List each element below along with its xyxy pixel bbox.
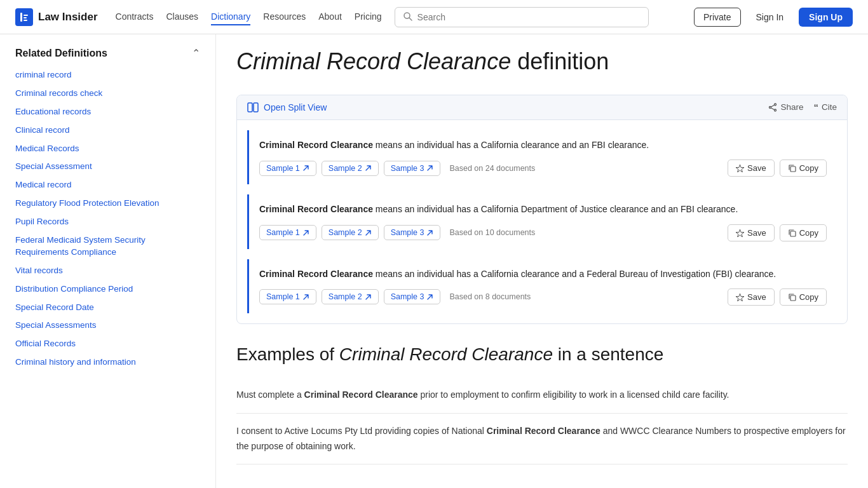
def-toolbar: Open Split View Share “	[237, 95, 847, 120]
logo-link[interactable]: Law Insider	[15, 8, 98, 26]
examples-title: Examples of Criminal Record Clearance in…	[236, 344, 848, 365]
save-button[interactable]: Save	[728, 159, 775, 177]
sidebar-item[interactable]: Clinical record	[15, 125, 70, 135]
open-split-view-label: Open Split View	[264, 102, 327, 112]
definition-footer: Sample 1 Sample 2 Sample 3 Based on 10 d…	[259, 224, 827, 241]
svg-rect-3	[24, 20, 27, 21]
sidebar-item[interactable]: Distribution Compliance Period	[15, 284, 133, 294]
sample-2-button[interactable]: Sample 2	[322, 225, 379, 240]
page-title-italic: Criminal Record Clearance	[236, 48, 511, 74]
private-button[interactable]: Private	[694, 8, 741, 27]
search-icon	[403, 11, 412, 23]
sidebar-item[interactable]: Special Assessment	[15, 161, 92, 171]
definition-footer: Sample 1 Sample 2 Sample 3 Based on 8 do…	[259, 288, 827, 306]
split-view-icon	[247, 102, 259, 113]
copy-button[interactable]: Copy	[780, 159, 827, 177]
svg-rect-16	[790, 231, 796, 236]
navigation: Law Insider Contracts Clauses Dictionary…	[0, 0, 868, 34]
main-container: Related Definitions ⌃ criminal recordCri…	[0, 34, 868, 488]
svg-rect-18	[790, 295, 796, 301]
definition-entry: Criminal Record Clearance means an indiv…	[247, 130, 837, 184]
sample-1-button[interactable]: Sample 1	[259, 225, 316, 240]
svg-point-10	[770, 106, 771, 108]
nav-about[interactable]: About	[318, 9, 342, 25]
sidebar-item[interactable]: Educational records	[15, 107, 91, 116]
copy-button[interactable]: Copy	[780, 224, 827, 241]
toolbar-actions: Share “ Cite	[768, 102, 837, 112]
definition-text: Criminal Record Clearance means an indiv…	[259, 267, 827, 281]
cite-button[interactable]: “ Cite	[813, 102, 837, 112]
example-item: Must complete a Criminal Record Clearanc…	[236, 377, 848, 414]
signup-button[interactable]: Sign Up	[799, 8, 853, 27]
sample-2-button[interactable]: Sample 2	[322, 289, 379, 304]
svg-rect-2	[24, 17, 27, 18]
main-content: Criminal Record Clearance definition Ope…	[216, 34, 868, 488]
share-label: Share	[780, 102, 803, 112]
svg-rect-14	[790, 166, 796, 172]
based-on-label: Based on 24 documents	[449, 164, 535, 173]
svg-marker-13	[736, 165, 744, 172]
based-on-label: Based on 8 documents	[449, 292, 531, 301]
nav-actions: Private Sign In Sign Up	[694, 8, 853, 27]
definition-container: Open Split View Share “	[236, 95, 848, 324]
nav-contracts[interactable]: Contracts	[116, 9, 154, 25]
example-items: Must complete a Criminal Record Clearanc…	[236, 377, 848, 464]
nav-dictionary[interactable]: Dictionary	[211, 9, 250, 25]
definition-entry: Criminal Record Clearance means an indiv…	[247, 194, 837, 248]
definition-entries: Criminal Record Clearance means an indiv…	[237, 130, 847, 313]
definition-text: Criminal Record Clearance means an indiv…	[259, 202, 827, 216]
copy-button[interactable]: Copy	[780, 288, 827, 306]
page-title: Criminal Record Clearance definition	[236, 47, 848, 77]
svg-line-5	[409, 18, 412, 20]
sidebar-item[interactable]: Official Records	[15, 339, 76, 348]
svg-rect-1	[24, 15, 28, 16]
sidebar-item[interactable]: Regulatory Flood Protection Elevation	[15, 198, 159, 208]
definition-footer: Sample 1 Sample 2 Sample 3 Based on 24 d…	[259, 159, 827, 177]
sidebar-item[interactable]: Criminal history and information	[15, 357, 136, 367]
definition-entry: Criminal Record Clearance means an indiv…	[247, 259, 837, 313]
quote-icon: “	[813, 102, 818, 112]
sidebar-item[interactable]: Special Record Date	[15, 302, 94, 312]
svg-marker-17	[736, 294, 744, 301]
nav-resources[interactable]: Resources	[263, 9, 306, 25]
sample-1-button[interactable]: Sample 1	[259, 289, 316, 304]
sidebar-item[interactable]: Vital records	[15, 266, 63, 275]
sample-3-button[interactable]: Sample 3	[384, 289, 441, 304]
signin-button[interactable]: Sign In	[747, 8, 793, 26]
example-item: I consent to Active Locums Pty Ltd provi…	[236, 414, 848, 465]
svg-rect-6	[248, 103, 252, 112]
sample-3-button[interactable]: Sample 3	[384, 225, 441, 240]
sidebar-item[interactable]: Medical record	[15, 180, 72, 189]
save-button[interactable]: Save	[728, 224, 775, 241]
sidebar-title: Related Definitions	[15, 48, 107, 59]
search-bar[interactable]	[395, 7, 649, 27]
svg-point-8	[775, 104, 776, 105]
definition-text: Criminal Record Clearance means an indiv…	[259, 138, 827, 152]
svg-rect-0	[20, 13, 22, 22]
sample-2-button[interactable]: Sample 2	[322, 161, 379, 176]
svg-line-12	[771, 108, 775, 110]
logo-icon	[15, 8, 33, 26]
share-button[interactable]: Share	[768, 102, 803, 112]
nav-pricing[interactable]: Pricing	[355, 9, 382, 25]
entry-actions: Save Copy	[728, 224, 827, 241]
sidebar-item[interactable]: Federal Medicaid System Security Require…	[15, 235, 146, 257]
sample-3-button[interactable]: Sample 3	[384, 161, 441, 176]
open-split-view-button[interactable]: Open Split View	[247, 102, 327, 113]
save-button[interactable]: Save	[728, 288, 775, 306]
share-icon	[768, 103, 777, 112]
entry-actions: Save Copy	[728, 159, 827, 177]
chevron-up-icon[interactable]: ⌃	[192, 47, 200, 59]
search-input[interactable]	[417, 12, 641, 22]
sidebar-header: Related Definitions ⌃	[15, 47, 200, 59]
based-on-label: Based on 10 documents	[449, 228, 535, 237]
nav-clauses[interactable]: Clauses	[166, 9, 198, 25]
sidebar-item[interactable]: Special Assessments	[15, 320, 97, 330]
sidebar-item[interactable]: Medical Records	[15, 144, 79, 153]
logo-text: Law Insider	[38, 11, 98, 24]
sidebar-item[interactable]: Criminal records check	[15, 88, 102, 98]
entry-actions: Save Copy	[728, 288, 827, 306]
sidebar-item[interactable]: criminal record	[15, 70, 72, 79]
sidebar-item[interactable]: Pupil Records	[15, 217, 69, 226]
sample-1-button[interactable]: Sample 1	[259, 161, 316, 176]
